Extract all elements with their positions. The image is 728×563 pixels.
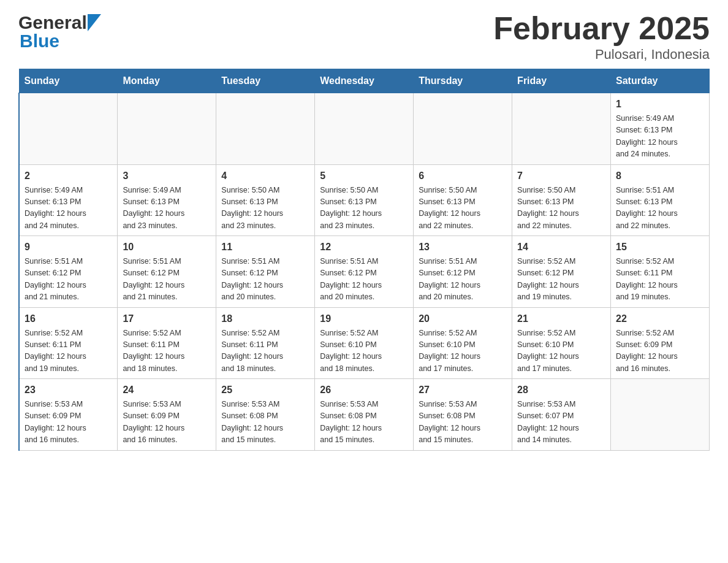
day-info: Sunrise: 5:49 AM Sunset: 6:13 PM Dayligh… [25, 185, 112, 232]
day-info: Sunrise: 5:52 AM Sunset: 6:10 PM Dayligh… [320, 327, 408, 375]
day-number: 19 [320, 312, 408, 326]
table-row: 10Sunrise: 5:51 AM Sunset: 6:12 PM Dayli… [118, 236, 216, 308]
table-row: 26Sunrise: 5:53 AM Sunset: 6:08 PM Dayli… [315, 379, 414, 451]
table-row: 7Sunrise: 5:50 AM Sunset: 6:13 PM Daylig… [512, 164, 611, 236]
calendar-header-row: Sunday Monday Tuesday Wednesday Thursday… [19, 69, 710, 93]
day-number: 5 [320, 169, 408, 183]
calendar-table: Sunday Monday Tuesday Wednesday Thursday… [18, 69, 710, 451]
day-number: 7 [517, 169, 605, 183]
calendar-week-row: 2Sunrise: 5:49 AM Sunset: 6:13 PM Daylig… [19, 164, 710, 236]
day-info: Sunrise: 5:51 AM Sunset: 6:12 PM Dayligh… [320, 256, 408, 304]
table-row: 14Sunrise: 5:52 AM Sunset: 6:12 PM Dayli… [512, 236, 611, 308]
logo: General Blue [18, 12, 101, 52]
table-row: 1Sunrise: 5:49 AM Sunset: 6:13 PM Daylig… [611, 93, 710, 165]
col-wednesday: Wednesday [315, 69, 414, 93]
table-row: 24Sunrise: 5:53 AM Sunset: 6:09 PM Dayli… [118, 379, 216, 451]
day-info: Sunrise: 5:53 AM Sunset: 6:08 PM Dayligh… [320, 399, 408, 446]
logo-general-text: General [18, 12, 87, 33]
day-info: Sunrise: 5:51 AM Sunset: 6:13 PM Dayligh… [616, 185, 704, 232]
title-section: February 2025 Pulosari, Indonesia [493, 12, 710, 63]
day-number: 22 [616, 312, 704, 326]
day-info: Sunrise: 5:53 AM Sunset: 6:09 PM Dayligh… [25, 399, 112, 446]
day-info: Sunrise: 5:52 AM Sunset: 6:12 PM Dayligh… [517, 256, 605, 304]
day-number: 16 [25, 312, 112, 326]
day-info: Sunrise: 5:51 AM Sunset: 6:12 PM Dayligh… [419, 256, 507, 304]
table-row: 5Sunrise: 5:50 AM Sunset: 6:13 PM Daylig… [315, 164, 414, 236]
day-info: Sunrise: 5:53 AM Sunset: 6:07 PM Dayligh… [517, 399, 605, 446]
table-row [19, 93, 118, 165]
table-row [611, 379, 710, 451]
table-row: 27Sunrise: 5:53 AM Sunset: 6:08 PM Dayli… [414, 379, 512, 451]
table-row: 12Sunrise: 5:51 AM Sunset: 6:12 PM Dayli… [315, 236, 414, 308]
table-row: 25Sunrise: 5:53 AM Sunset: 6:08 PM Dayli… [216, 379, 315, 451]
calendar-week-row: 1Sunrise: 5:49 AM Sunset: 6:13 PM Daylig… [19, 93, 710, 165]
table-row: 3Sunrise: 5:49 AM Sunset: 6:13 PM Daylig… [118, 164, 216, 236]
day-number: 18 [221, 312, 309, 326]
day-number: 14 [517, 240, 605, 255]
day-info: Sunrise: 5:53 AM Sunset: 6:08 PM Dayligh… [419, 399, 507, 446]
table-row: 28Sunrise: 5:53 AM Sunset: 6:07 PM Dayli… [512, 379, 611, 451]
table-row: 16Sunrise: 5:52 AM Sunset: 6:11 PM Dayli… [19, 307, 118, 379]
day-info: Sunrise: 5:49 AM Sunset: 6:13 PM Dayligh… [123, 185, 211, 232]
day-info: Sunrise: 5:51 AM Sunset: 6:12 PM Dayligh… [25, 256, 112, 304]
day-number: 4 [221, 169, 309, 183]
logo-blue-text: Blue [20, 31, 59, 52]
table-row: 18Sunrise: 5:52 AM Sunset: 6:11 PM Dayli… [216, 307, 315, 379]
day-number: 13 [419, 240, 507, 255]
table-row: 11Sunrise: 5:51 AM Sunset: 6:12 PM Dayli… [216, 236, 315, 308]
page-header: General Blue February 2025 Pulosari, Ind… [18, 12, 710, 63]
day-number: 2 [25, 169, 112, 183]
day-number: 3 [123, 169, 211, 183]
table-row [118, 93, 216, 165]
col-friday: Friday [512, 69, 611, 93]
table-row: 15Sunrise: 5:52 AM Sunset: 6:11 PM Dayli… [611, 236, 710, 308]
day-number: 10 [123, 240, 211, 255]
day-info: Sunrise: 5:51 AM Sunset: 6:12 PM Dayligh… [221, 256, 309, 304]
col-monday: Monday [118, 69, 216, 93]
day-number: 17 [123, 312, 211, 326]
table-row [315, 93, 414, 165]
table-row [414, 93, 512, 165]
day-info: Sunrise: 5:50 AM Sunset: 6:13 PM Dayligh… [517, 185, 605, 232]
month-year-title: February 2025 [493, 12, 710, 44]
day-number: 27 [419, 383, 507, 397]
day-info: Sunrise: 5:52 AM Sunset: 6:11 PM Dayligh… [123, 327, 211, 375]
day-number: 28 [517, 383, 605, 397]
table-row [216, 93, 315, 165]
day-info: Sunrise: 5:53 AM Sunset: 6:09 PM Dayligh… [123, 399, 211, 446]
calendar-week-row: 23Sunrise: 5:53 AM Sunset: 6:09 PM Dayli… [19, 379, 710, 451]
calendar-week-row: 16Sunrise: 5:52 AM Sunset: 6:11 PM Dayli… [19, 307, 710, 379]
col-sunday: Sunday [19, 69, 118, 93]
day-number: 9 [25, 240, 112, 255]
calendar-week-row: 9Sunrise: 5:51 AM Sunset: 6:12 PM Daylig… [19, 236, 710, 308]
table-row: 21Sunrise: 5:52 AM Sunset: 6:10 PM Dayli… [512, 307, 611, 379]
svg-marker-0 [88, 14, 101, 31]
col-tuesday: Tuesday [216, 69, 315, 93]
day-number: 21 [517, 312, 605, 326]
day-info: Sunrise: 5:51 AM Sunset: 6:12 PM Dayligh… [123, 256, 211, 304]
table-row: 4Sunrise: 5:50 AM Sunset: 6:13 PM Daylig… [216, 164, 315, 236]
day-number: 12 [320, 240, 408, 255]
day-info: Sunrise: 5:49 AM Sunset: 6:13 PM Dayligh… [616, 113, 704, 161]
day-info: Sunrise: 5:53 AM Sunset: 6:08 PM Dayligh… [221, 399, 309, 446]
day-number: 6 [419, 169, 507, 183]
day-number: 15 [616, 240, 704, 255]
table-row: 20Sunrise: 5:52 AM Sunset: 6:10 PM Dayli… [414, 307, 512, 379]
day-number: 23 [25, 383, 112, 397]
table-row: 8Sunrise: 5:51 AM Sunset: 6:13 PM Daylig… [611, 164, 710, 236]
day-number: 1 [616, 97, 704, 112]
table-row: 6Sunrise: 5:50 AM Sunset: 6:13 PM Daylig… [414, 164, 512, 236]
day-info: Sunrise: 5:52 AM Sunset: 6:09 PM Dayligh… [616, 327, 704, 375]
table-row [512, 93, 611, 165]
day-number: 24 [123, 383, 211, 397]
day-info: Sunrise: 5:52 AM Sunset: 6:10 PM Dayligh… [517, 327, 605, 375]
col-saturday: Saturday [611, 69, 710, 93]
logo-arrow-icon [88, 14, 101, 31]
day-info: Sunrise: 5:50 AM Sunset: 6:13 PM Dayligh… [419, 185, 507, 232]
day-info: Sunrise: 5:52 AM Sunset: 6:11 PM Dayligh… [25, 327, 112, 375]
day-number: 25 [221, 383, 309, 397]
table-row: 23Sunrise: 5:53 AM Sunset: 6:09 PM Dayli… [19, 379, 118, 451]
location-subtitle: Pulosari, Indonesia [493, 47, 710, 63]
day-info: Sunrise: 5:50 AM Sunset: 6:13 PM Dayligh… [221, 185, 309, 232]
table-row: 9Sunrise: 5:51 AM Sunset: 6:12 PM Daylig… [19, 236, 118, 308]
